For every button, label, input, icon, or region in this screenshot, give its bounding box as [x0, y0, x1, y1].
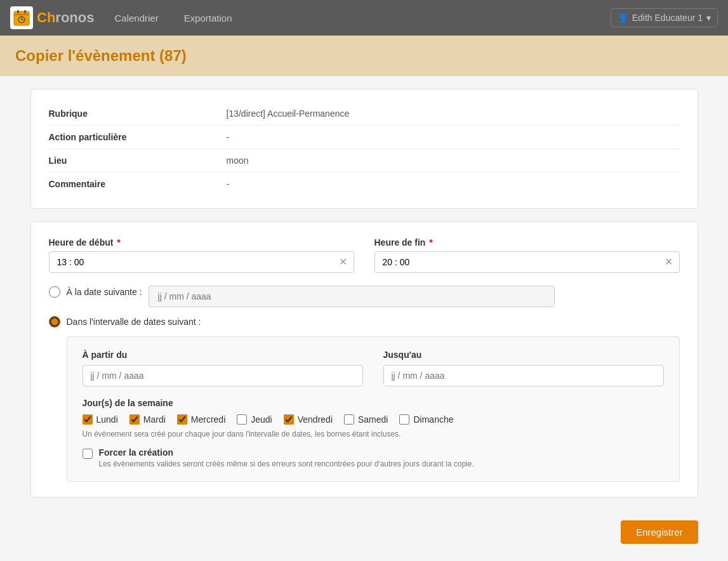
a-partir-du-group: À partir du [83, 350, 363, 386]
option-intervalle-option[interactable]: Dans l'intervalle de dates suivant : [49, 316, 680, 327]
rubrique-label: Rubrique [49, 109, 227, 119]
a-partir-du-label: À partir du [83, 350, 363, 360]
user-menu[interactable]: 👤 Edith Educateur 1 ▾ [611, 8, 718, 27]
save-button[interactable]: Enregistrer [621, 520, 698, 544]
days-section: Jour(s) de la semaine Lundi Mardi Mer [83, 398, 664, 439]
day-mercredi-label: Mercredi [191, 414, 225, 425]
checkbox-lundi[interactable] [83, 414, 93, 425]
action-label: Action particulière [49, 132, 227, 142]
checkbox-vendredi[interactable] [284, 414, 294, 425]
navbar: Chronos Calendrier Exportation 👤 Edith E… [0, 0, 728, 36]
chevron-down-icon: ▾ [706, 13, 711, 23]
day-dimanche-label: Dimanche [413, 414, 453, 425]
day-lundi-label: Lundi [96, 414, 118, 425]
user-name: Edith Educateur 1 [632, 13, 703, 23]
jours-label: Jour(s) de la semaine [83, 398, 664, 408]
info-row-action: Action particulière - [49, 126, 680, 149]
a-partir-du-input[interactable] [83, 365, 363, 386]
day-mercredi[interactable]: Mercredi [177, 414, 225, 425]
jusqu-au-group: Jusqu'au [383, 350, 664, 386]
heure-fin-group: Heure de fin * ✕ [374, 237, 680, 273]
option-date-suivante-label: À la date suivante : [67, 287, 142, 297]
commentaire-label: Commentaire [49, 179, 227, 189]
clear-debut-button[interactable]: ✕ [333, 257, 354, 267]
user-icon: 👤 [618, 13, 628, 23]
page-title: Copier l'évènement (87) [15, 47, 713, 65]
checkbox-mardi[interactable] [129, 414, 140, 425]
heure-debut-group: Heure de début * ✕ [49, 237, 354, 273]
interval-section: À partir du Jusqu'au Jour(s) de la semai… [67, 336, 680, 482]
form-card: Heure de début * ✕ Heure de fin * ✕ [30, 221, 698, 498]
navbar-left: Chronos Calendrier Exportation [10, 6, 237, 29]
checkbox-samedi[interactable] [344, 414, 354, 425]
day-vendredi[interactable]: Vendredi [284, 414, 333, 425]
lieu-value: moon [227, 155, 249, 166]
svg-rect-2 [17, 10, 19, 13]
main-content: Rubrique [13/direct] Accueil-Permanence … [15, 76, 713, 561]
svg-rect-3 [24, 10, 26, 13]
day-samedi[interactable]: Samedi [344, 414, 388, 425]
force-creation-label: Forcer la création [99, 447, 474, 458]
action-value: - [227, 132, 230, 142]
option-intervalle-wrap: Dans l'intervalle de dates suivant : À p… [49, 316, 680, 482]
heure-fin-input[interactable] [375, 252, 658, 272]
time-row: Heure de début * ✕ Heure de fin * ✕ [49, 237, 680, 273]
day-vendredi-label: Vendredi [298, 414, 333, 425]
checkbox-mercredi[interactable] [177, 414, 187, 425]
clear-fin-button[interactable]: ✕ [658, 257, 679, 267]
helper-days: Un évènement sera créé pour chaque jour … [83, 430, 664, 439]
brand-text: Chronos [37, 10, 94, 26]
interval-dates: À partir du Jusqu'au [83, 350, 664, 386]
jusqu-au-label: Jusqu'au [383, 350, 664, 360]
heure-debut-input[interactable] [50, 252, 333, 272]
heure-fin-wrap: ✕ [374, 251, 680, 273]
day-mardi-label: Mardi [143, 414, 166, 425]
day-samedi-label: Samedi [358, 414, 388, 425]
checkbox-jeudi[interactable] [237, 414, 247, 425]
info-row-rubrique: Rubrique [13/direct] Accueil-Permanence [49, 102, 680, 126]
nav-exportation[interactable]: Exportation [179, 10, 237, 26]
commentaire-value: - [227, 179, 230, 189]
date-suivante-input[interactable] [149, 286, 555, 307]
info-card: Rubrique [13/direct] Accueil-Permanence … [30, 89, 698, 209]
checkbox-force-creation[interactable] [83, 449, 93, 459]
day-lundi[interactable]: Lundi [83, 414, 118, 425]
option-date-suivante-wrap: À la date suivante : [49, 286, 680, 307]
info-row-commentaire: Commentaire - [49, 173, 680, 195]
jusqu-au-input[interactable] [383, 365, 664, 386]
radio-intervalle[interactable] [49, 316, 60, 327]
heure-debut-label: Heure de début * [49, 237, 354, 248]
heure-fin-label: Heure de fin * [374, 237, 680, 248]
nav-calendrier[interactable]: Calendrier [109, 10, 163, 26]
days-row: Lundi Mardi Mercredi Jeudi [83, 414, 664, 425]
force-creation-helper: Les évènements valides seront créés même… [99, 459, 474, 468]
radio-date-suivante[interactable] [49, 286, 60, 298]
required-fin: * [429, 237, 432, 248]
day-mardi[interactable]: Mardi [129, 414, 166, 425]
brand-icon [10, 6, 33, 29]
brand-logo[interactable]: Chronos [10, 6, 94, 29]
day-jeudi[interactable]: Jeudi [237, 414, 272, 425]
lieu-label: Lieu [49, 155, 227, 166]
info-row-lieu: Lieu moon [49, 149, 680, 173]
checkbox-dimanche[interactable] [399, 414, 409, 425]
option-intervalle-label: Dans l'intervalle de dates suivant : [67, 317, 201, 327]
day-dimanche[interactable]: Dimanche [399, 414, 453, 425]
force-creation-info: Forcer la création Les évènements valide… [99, 447, 474, 468]
heure-debut-wrap: ✕ [49, 251, 354, 273]
page-header: Copier l'évènement (87) [0, 36, 728, 76]
rubrique-value: [13/direct] Accueil-Permanence [227, 109, 350, 119]
navbar-right: 👤 Edith Educateur 1 ▾ [611, 8, 718, 27]
required-debut: * [117, 237, 120, 248]
form-footer: Enregistrer [30, 510, 698, 550]
option-date-suivante-option[interactable]: À la date suivante : [49, 286, 142, 298]
force-creation-row: Forcer la création Les évènements valide… [83, 447, 664, 468]
svg-rect-1 [14, 14, 29, 15]
day-jeudi-label: Jeudi [251, 414, 272, 425]
